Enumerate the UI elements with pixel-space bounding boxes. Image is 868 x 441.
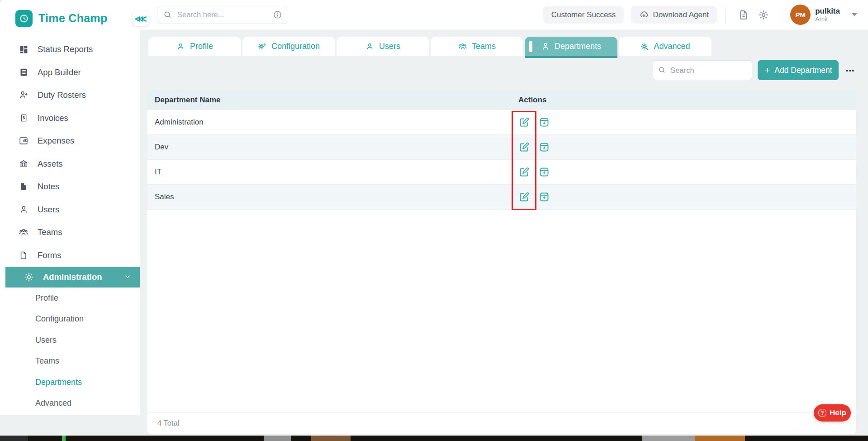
sidebar-item-invoices[interactable]: Invoices [0,107,140,130]
notebook-icon [18,181,29,192]
tab-label: Profile [190,42,213,51]
edit-icon[interactable] [518,141,530,153]
tab-profile[interactable]: Profile [148,37,241,56]
settings-gear-icon[interactable] [757,8,770,22]
global-search-input[interactable] [157,6,287,24]
info-icon[interactable] [273,10,282,21]
table-row: Dev [147,135,856,160]
table-row: IT [147,160,856,185]
download-agent-label: Download Agent [653,10,709,19]
sidebar-item-label: Expenses [38,136,74,146]
brand-name: Time Champ [38,12,108,25]
department-name-cell: Sales [147,192,518,201]
person-icon [176,42,185,51]
archive-download-icon[interactable] [538,141,550,153]
archive-download-icon[interactable] [538,116,550,128]
total-count: 4 Total [157,419,179,427]
taskbar-segment [0,436,28,441]
customer-success-label: Customer Success [551,10,616,19]
sidebar-item-label: Duty Rosters [38,90,86,100]
sidebar-item-status-reports[interactable]: Status Reports [0,38,140,61]
sidebar-item-app-builder[interactable]: App Builder [0,61,140,84]
tab-label: Teams [472,42,496,51]
sidebar-subitem-departments[interactable]: Departments [0,372,140,393]
tabstrip: Profile Configuration Users Teams Depart… [140,30,868,58]
sidebar-item-label: App Builder [38,67,81,77]
help-button[interactable]: ? Help [814,404,851,422]
sidebar-item-notes[interactable]: Notes [0,175,140,198]
tab-advanced[interactable]: Advanced [619,37,711,56]
dashboard-icon [18,44,29,55]
search-icon [163,10,172,21]
departments-table: Department Name Actions Administration D… [147,90,856,434]
tab-label: Advanced [654,42,690,51]
sidebar-item-assets[interactable]: Assets [0,153,140,176]
sidebar-item-forms[interactable]: Forms [0,244,140,267]
sidebar-subitem-configuration[interactable]: Configuration [0,309,140,330]
tab-departments[interactable]: Departments [525,37,617,56]
table-search-input[interactable] [653,60,752,80]
table-search [653,60,752,80]
user-meta: pulkita Amit [815,7,840,23]
archive-download-icon[interactable] [538,166,550,178]
department-name-cell: IT [147,168,518,177]
table-header-row: Department Name Actions [147,90,856,110]
table-row: Administration [147,110,856,135]
customer-success-button[interactable]: Customer Success [543,6,624,24]
cloud-download-icon [639,10,649,19]
edit-icon[interactable] [518,116,530,128]
actions-cell [518,166,550,178]
column-header-actions: Actions [518,96,546,105]
department-icon [541,42,550,51]
sidebar-item-teams[interactable]: Teams [0,221,140,244]
edit-icon[interactable] [518,191,530,203]
sidebar-subitem-users[interactable]: Users [0,330,140,351]
archive-download-icon[interactable] [538,191,550,203]
sidebar-item-expenses[interactable]: Expenses [0,129,140,153]
sidebar: Time Champ Status Reports App Builder Du… [0,0,140,415]
chevron-down-icon[interactable] [852,13,857,16]
department-name-cell: Administration [147,118,518,127]
document-icon[interactable] [737,8,750,22]
avatar[interactable]: PM [790,5,811,25]
brand-logo[interactable]: Time Champ [0,0,140,37]
tab-label: Users [379,42,400,51]
tab-label: Departments [555,42,601,51]
taskbar-segment [62,436,66,441]
divider [725,7,726,23]
table-footer: 4 Total [147,412,856,434]
search-icon [658,66,666,76]
sidebar-subitem-profile[interactable]: Profile [0,288,140,309]
user-icon [18,204,29,215]
sidebar-item-label: Administration [43,272,102,282]
edit-icon[interactable] [518,166,530,178]
app-builder-icon [18,67,29,78]
sidebar-item-users[interactable]: Users [0,198,140,221]
sidebar-subitem-advanced[interactable]: Advanced [0,393,140,414]
sidebar-item-duty-rosters[interactable]: Duty Rosters [0,84,140,107]
table-row: Sales [147,185,856,210]
tab-users[interactable]: Users [337,37,429,56]
user-name: pulkita [815,7,840,16]
taskbar-segment [695,436,745,441]
sidebar-item-label: Status Reports [38,44,93,54]
actions-cell [518,116,550,128]
person-icon [365,42,375,51]
file-icon [18,250,29,261]
sidebar-item-label: Teams [38,227,62,237]
sidebar-subitem-teams[interactable]: Teams [0,351,140,372]
sidebar-collapse-button[interactable]: ⋘ [133,11,149,26]
sidebar-item-label: Forms [38,250,61,260]
tab-teams[interactable]: Teams [431,37,523,56]
person-add-icon [18,90,29,101]
bank-icon [18,158,29,169]
add-department-button[interactable]: + Add Department [758,60,839,80]
sidebar-item-label: Users [38,205,59,215]
column-header-department-name: Department Name [147,96,518,105]
more-options-button[interactable]: ••• [846,67,855,74]
global-search [157,6,287,24]
tab-configuration[interactable]: Configuration [242,37,335,56]
download-agent-button[interactable]: Download Agent [631,6,717,24]
sidebar-nav: Status Reports App Builder Duty Rosters … [0,38,140,414]
sidebar-item-administration[interactable]: Administration [5,267,140,288]
